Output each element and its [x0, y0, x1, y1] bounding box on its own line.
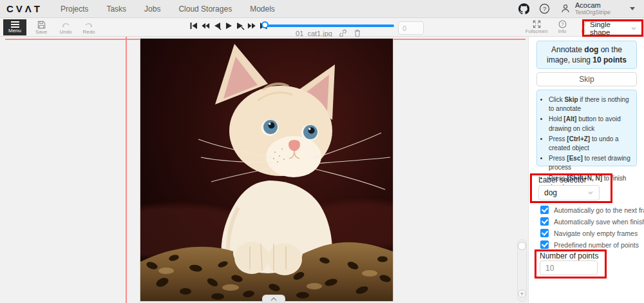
player-controls — [189, 21, 268, 30]
backward-jump-button[interactable] — [201, 21, 210, 30]
save-button[interactable]: Save — [30, 19, 53, 35]
undo-button[interactable]: Undo — [54, 19, 77, 35]
redo-button[interactable]: Redo — [77, 19, 100, 35]
chevron-down-icon — [630, 25, 637, 32]
github-icon[interactable] — [518, 3, 530, 14]
svg-text:?: ? — [561, 21, 564, 27]
next-frame-button[interactable] — [236, 21, 245, 30]
user-organization: TestOrgStripe — [575, 10, 611, 15]
info-icon: ? — [558, 20, 567, 28]
label-selector-title: Label selector — [538, 175, 587, 184]
canvas-zoom-slider-handle[interactable] — [518, 242, 526, 250]
checkbox-checked-icon — [540, 229, 549, 237]
chevron-down-icon — [630, 7, 635, 10]
undo-icon — [61, 21, 70, 29]
number-of-points-title: Number of points — [540, 251, 598, 260]
tip-item: Hold [Alt] button to avoid drawing on cl… — [549, 115, 634, 133]
collapse-bottom-panel-button[interactable] — [262, 295, 285, 303]
tip-item: Press [Ctrl+Z] to undo a created object — [549, 135, 634, 153]
current-filename: 01_cat1.jpg — [296, 30, 332, 37]
nav-item-cloud-storages[interactable]: Cloud Storages — [178, 5, 232, 14]
annotation-instruction: Annotate dog on the image, using 10 poin… — [536, 41, 637, 69]
number-of-points-input[interactable] — [540, 260, 598, 275]
help-icon[interactable]: ? — [539, 3, 551, 14]
nav-item-jobs[interactable]: Jobs — [144, 5, 160, 14]
checkbox-checked-icon — [540, 217, 549, 226]
fullscreen-button[interactable]: Fullscreen — [527, 20, 546, 34]
nav-item-tasks[interactable]: Tasks — [106, 5, 126, 14]
skip-button[interactable]: Skip — [536, 72, 637, 86]
annotation-canvas[interactable] — [0, 37, 527, 303]
user-icon — [560, 3, 571, 14]
checkbox-checked-icon — [540, 240, 549, 249]
info-button[interactable]: ? Info — [553, 20, 572, 34]
top-navigation-bar: CVΛT Projects Tasks Jobs Cloud Storages … — [0, 0, 644, 18]
previous-frame-button[interactable] — [213, 21, 222, 30]
checkbox-auto-next-frame[interactable]: Automatically go to the next frame — [540, 206, 644, 214]
cat-photo — [140, 39, 393, 301]
fullscreen-icon — [533, 20, 541, 28]
single-shape-sidebar: Annotate dog on the image, using 10 poin… — [528, 37, 644, 303]
frame-slider-track[interactable] — [265, 24, 394, 27]
crosshair-vertical-guide — [126, 37, 127, 303]
nav-item-projects[interactable]: Projects — [61, 5, 88, 14]
hamburger-icon — [11, 21, 19, 28]
frame-slider-handle[interactable] — [261, 21, 269, 28]
annotation-mode-value: Single shape — [590, 21, 630, 36]
save-icon — [37, 21, 46, 29]
annotation-mode-select[interactable]: Single shape — [585, 21, 642, 35]
annotation-tips: Click Skip if there is nothing to annota… — [536, 90, 637, 166]
frame-image-cat[interactable] — [140, 39, 393, 301]
label-selector-dropdown[interactable]: dog — [538, 185, 600, 200]
checkbox-checked-icon — [540, 206, 549, 214]
cvat-logo[interactable]: CVΛT — [6, 3, 43, 14]
user-name: Acocam — [575, 2, 611, 10]
menu-button[interactable]: Menu — [3, 19, 26, 35]
play-button[interactable] — [224, 21, 233, 30]
chevron-up-icon — [270, 297, 278, 302]
label-selector-value: dog — [544, 188, 587, 197]
checkbox-predefined-points[interactable]: Predefined number of points — [540, 240, 639, 249]
redo-icon — [84, 21, 93, 29]
frame-number-input[interactable] — [398, 21, 424, 35]
first-frame-button[interactable] — [189, 21, 198, 30]
chevron-down-icon — [587, 190, 594, 196]
checkbox-auto-save[interactable]: Automatically save when finish — [540, 217, 644, 226]
nav-item-models[interactable]: Models — [250, 5, 275, 14]
forward-jump-button[interactable] — [247, 21, 256, 30]
target-points: 10 points — [592, 55, 627, 64]
tip-item: Click Skip if there is nothing to annota… — [549, 95, 634, 113]
zoom-in-icon[interactable] — [518, 289, 526, 298]
user-menu[interactable]: Acocam TestOrgStripe — [560, 2, 635, 15]
checkbox-navigate-empty[interactable]: Navigate only empty frames — [540, 229, 638, 237]
tip-item: Press [Esc] to reset drawing process — [549, 154, 634, 172]
target-label: dog — [584, 45, 598, 54]
svg-text:?: ? — [543, 5, 546, 12]
